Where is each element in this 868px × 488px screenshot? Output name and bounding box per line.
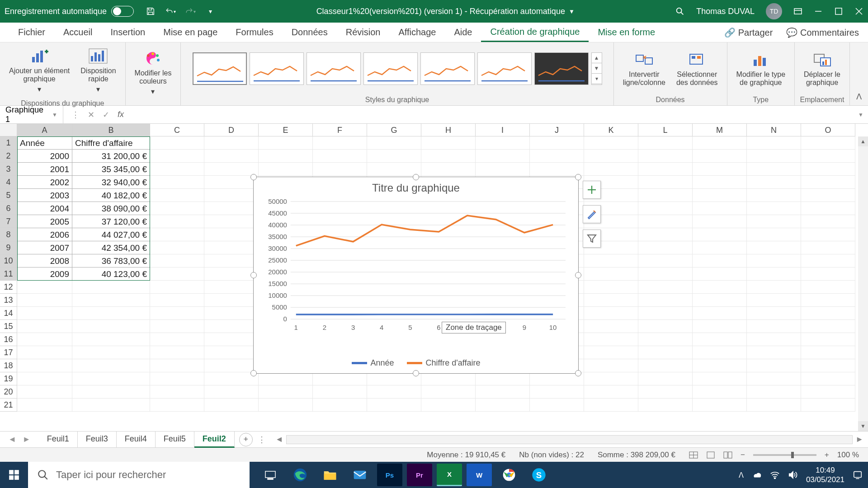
cell-M21[interactable]: [693, 399, 747, 412]
cell-N8[interactable]: [747, 228, 801, 241]
row-header-15[interactable]: 15: [0, 320, 17, 333]
start-button[interactable]: [0, 462, 28, 488]
col-header-C[interactable]: C: [150, 124, 204, 136]
cell-D2[interactable]: [204, 150, 259, 163]
cell-B17[interactable]: [72, 346, 150, 359]
cell-B16[interactable]: [72, 333, 150, 346]
cell-H3[interactable]: [421, 163, 476, 176]
scroll-down-icon[interactable]: ▼: [858, 421, 868, 431]
cell-O9[interactable]: [801, 241, 855, 254]
cell-G21[interactable]: [367, 399, 421, 412]
horizontal-scrollbar[interactable]: ◄ ►: [271, 435, 868, 444]
cell-D20[interactable]: [204, 385, 259, 399]
cell-O15[interactable]: [801, 320, 855, 333]
customize-qat-icon[interactable]: ▾: [205, 6, 216, 17]
cell-A2[interactable]: 2000: [17, 150, 72, 163]
row-header-9[interactable]: 9: [0, 241, 17, 254]
cell-B9[interactable]: 42 354,00 €: [72, 241, 150, 254]
cell-C8[interactable]: [150, 228, 204, 241]
cell-H20[interactable]: [421, 385, 476, 399]
task-view-icon[interactable]: [258, 464, 283, 486]
cell-L5[interactable]: [638, 189, 693, 202]
cell-N14[interactable]: [747, 307, 801, 320]
cell-C7[interactable]: [150, 215, 204, 228]
cell-N11[interactable]: [747, 267, 801, 281]
gallery-more-icon[interactable]: ▾: [592, 74, 602, 84]
formula-more-icon[interactable]: ⋮: [71, 110, 80, 120]
cancel-formula-icon[interactable]: ✕: [88, 110, 94, 120]
cell-C13[interactable]: [150, 294, 204, 307]
cell-B14[interactable]: [72, 307, 150, 320]
cell-L9[interactable]: [638, 241, 693, 254]
move-chart-button[interactable]: Déplacer le graphique: [800, 49, 844, 89]
cell-L6[interactable]: [638, 202, 693, 215]
cell-A17[interactable]: [17, 346, 72, 359]
cell-K10[interactable]: [584, 254, 638, 267]
ribbon-tab-données[interactable]: Données: [283, 23, 337, 41]
col-header-B[interactable]: B: [72, 124, 150, 136]
cell-M7[interactable]: [693, 215, 747, 228]
cell-A21[interactable]: [17, 399, 72, 412]
cell-A8[interactable]: 2006: [17, 228, 72, 241]
cell-O2[interactable]: [801, 150, 855, 163]
cell-L4[interactable]: [638, 176, 693, 189]
row-header-5[interactable]: 5: [0, 189, 17, 202]
cell-K14[interactable]: [584, 307, 638, 320]
file-explorer-icon[interactable]: [317, 464, 343, 486]
resize-handle[interactable]: [413, 174, 419, 180]
cell-A12[interactable]: [17, 281, 72, 294]
name-box[interactable]: Graphique 1 ▼: [0, 106, 63, 123]
sheet-tab-feuil1[interactable]: Feuil1: [39, 432, 78, 448]
cell-I21[interactable]: [476, 399, 530, 412]
cell-O17[interactable]: [801, 346, 855, 359]
cell-L12[interactable]: [638, 281, 693, 294]
quick-layout-button[interactable]: Disposition rapide ▾: [77, 45, 119, 95]
row-header-7[interactable]: 7: [0, 215, 17, 228]
sheet-nav-next-icon[interactable]: ►: [23, 435, 31, 444]
cell-L15[interactable]: [638, 320, 693, 333]
cell-A9[interactable]: 2007: [17, 241, 72, 254]
col-header-O[interactable]: O: [801, 124, 855, 136]
ribbon-tab-formules[interactable]: Formules: [226, 23, 282, 41]
cell-J1[interactable]: [530, 136, 584, 150]
cell-M4[interactable]: [693, 176, 747, 189]
cell-L20[interactable]: [638, 385, 693, 399]
cell-D9[interactable]: [204, 241, 259, 254]
undo-icon[interactable]: ▾: [165, 6, 176, 17]
cell-I1[interactable]: [476, 136, 530, 150]
cell-D8[interactable]: [204, 228, 259, 241]
cell-O19[interactable]: [801, 372, 855, 385]
cell-K13[interactable]: [584, 294, 638, 307]
cell-E1[interactable]: [259, 136, 313, 150]
zoom-level[interactable]: 100 %: [837, 450, 859, 460]
cell-B15[interactable]: [72, 320, 150, 333]
excel-icon[interactable]: X: [437, 464, 462, 486]
cell-K3[interactable]: [584, 163, 638, 176]
cell-M9[interactable]: [693, 241, 747, 254]
chart-styles-button[interactable]: [583, 205, 601, 223]
cell-N16[interactable]: [747, 333, 801, 346]
ribbon-tab-mise-en-page[interactable]: Mise en page: [154, 23, 226, 41]
edge-icon[interactable]: [288, 464, 313, 486]
change-chart-type-button[interactable]: Modifier le type de graphique: [733, 49, 789, 89]
cell-A15[interactable]: [17, 320, 72, 333]
cell-B1[interactable]: Chiffre d'affaire: [72, 136, 150, 150]
cell-E20[interactable]: [259, 385, 313, 399]
col-header-N[interactable]: N: [747, 124, 801, 136]
cell-D1[interactable]: [204, 136, 259, 150]
cell-N21[interactable]: [747, 399, 801, 412]
gallery-up-icon[interactable]: ▲: [592, 53, 602, 63]
switch-row-column-button[interactable]: Intervertir ligne/colonne: [619, 49, 669, 89]
cell-L17[interactable]: [638, 346, 693, 359]
cell-M18[interactable]: [693, 359, 747, 372]
cell-O10[interactable]: [801, 254, 855, 267]
cell-O18[interactable]: [801, 359, 855, 372]
cell-K2[interactable]: [584, 150, 638, 163]
col-header-I[interactable]: I: [476, 124, 530, 136]
cell-N4[interactable]: [747, 176, 801, 189]
scroll-up-icon[interactable]: ▲: [858, 136, 868, 146]
cell-C20[interactable]: [150, 385, 204, 399]
cell-C6[interactable]: [150, 202, 204, 215]
cell-O14[interactable]: [801, 307, 855, 320]
cell-H2[interactable]: [421, 150, 476, 163]
